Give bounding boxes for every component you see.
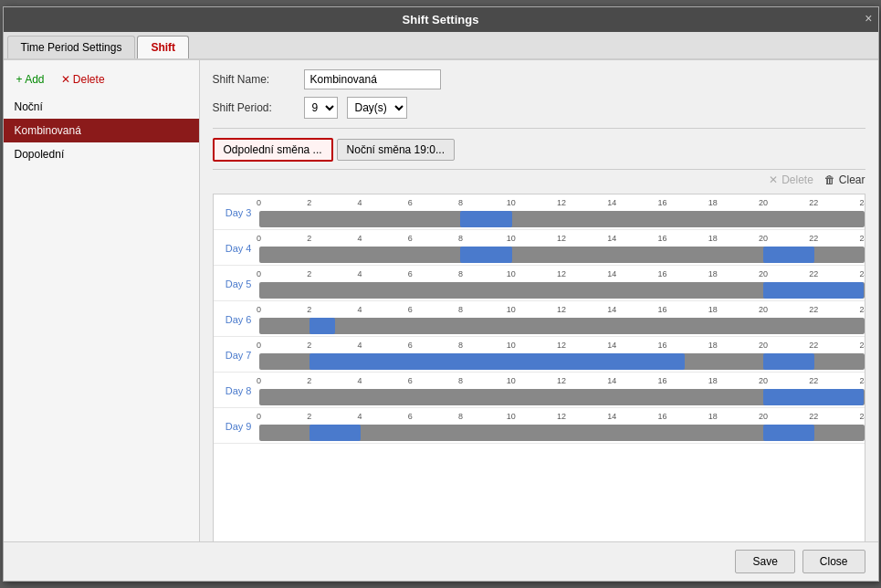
shift-period-label: Shift Period: bbox=[213, 101, 295, 114]
shift-subtab-nocni[interactable]: Noční směna 19:0... bbox=[337, 139, 455, 161]
clear-label: Clear bbox=[839, 173, 865, 186]
tick-label: 14 bbox=[607, 234, 616, 243]
tick-label: 22 bbox=[809, 412, 818, 421]
bar-row[interactable] bbox=[259, 282, 865, 299]
chart-container[interactable]: Day 3024681012141618202224Day 4024681012… bbox=[213, 194, 865, 542]
tick-label: 24 bbox=[859, 234, 865, 243]
bar-row[interactable] bbox=[259, 318, 865, 334]
tick-label: 10 bbox=[507, 234, 516, 243]
bar-row[interactable] bbox=[259, 389, 865, 405]
main-panel: Shift Name: Shift Period: 9 Day(s) Odpol… bbox=[200, 60, 878, 551]
actions-row: ✕ Delete 🗑 Clear bbox=[213, 169, 865, 186]
tick-label: 16 bbox=[658, 234, 667, 243]
tick-label: 14 bbox=[607, 305, 616, 314]
tick-label: 24 bbox=[859, 269, 865, 278]
tick-label: 10 bbox=[507, 269, 516, 278]
tick-label: 16 bbox=[658, 305, 667, 314]
day-chart-column: 024681012141618202224 bbox=[259, 269, 865, 299]
tick-row: 024681012141618202224 bbox=[259, 234, 865, 247]
delete-segment-button[interactable]: ✕ Delete bbox=[769, 173, 813, 186]
bar-segment bbox=[763, 282, 865, 299]
tick-label: 4 bbox=[358, 198, 362, 207]
tick-label: 18 bbox=[708, 412, 718, 421]
tick-label: 20 bbox=[759, 341, 768, 350]
shift-settings-dialog: Shift Settings × Time Period Settings Sh… bbox=[3, 6, 879, 582]
day-label: Day 7 bbox=[214, 350, 259, 361]
tick-label: 2 bbox=[307, 269, 311, 278]
sidebar-item-dopoledni[interactable]: Dopolední bbox=[4, 142, 199, 166]
day-chart-column: 024681012141618202224 bbox=[259, 376, 865, 405]
tick-label: 8 bbox=[458, 269, 463, 278]
content-area: + Add ✕ Delete Noční Kombinovaná Dopoled… bbox=[4, 60, 878, 551]
day-chart-column: 024681012141618202224 bbox=[259, 412, 865, 441]
tick-label: 6 bbox=[408, 376, 413, 385]
tick-label: 24 bbox=[859, 341, 865, 350]
tick-label: 2 bbox=[307, 305, 311, 314]
tick-label: 18 bbox=[708, 269, 718, 278]
tick-label: 0 bbox=[257, 269, 261, 278]
bar-row[interactable] bbox=[259, 353, 865, 370]
tick-label: 18 bbox=[708, 341, 718, 350]
tick-label: 20 bbox=[759, 305, 768, 314]
shift-period-select[interactable]: 9 bbox=[304, 97, 338, 119]
tick-label: 8 bbox=[458, 305, 463, 314]
shift-name-input[interactable] bbox=[304, 69, 441, 89]
separator bbox=[213, 128, 865, 129]
bar-segment bbox=[309, 318, 335, 334]
dialog-footer: Save Close bbox=[4, 541, 878, 581]
bar-segment bbox=[763, 389, 865, 405]
tick-label: 12 bbox=[557, 269, 566, 278]
delete-button[interactable]: ✕ Delete bbox=[58, 71, 109, 88]
tick-label: 16 bbox=[658, 269, 667, 278]
bar-segment bbox=[460, 211, 511, 227]
dialog-close-button[interactable]: × bbox=[865, 11, 872, 26]
tick-label: 4 bbox=[358, 234, 362, 243]
sidebar-item-nocni[interactable]: Noční bbox=[4, 95, 199, 119]
tick-label: 16 bbox=[658, 376, 667, 385]
tick-label: 24 bbox=[859, 376, 865, 385]
tick-label: 12 bbox=[557, 341, 566, 350]
bar-segment bbox=[309, 353, 685, 370]
bar-row[interactable] bbox=[259, 247, 865, 263]
add-button[interactable]: + Add bbox=[13, 71, 48, 88]
bar-row[interactable] bbox=[259, 211, 865, 227]
tick-label: 22 bbox=[809, 376, 818, 385]
tick-label: 14 bbox=[607, 341, 616, 350]
day-label: Day 9 bbox=[214, 421, 259, 432]
bar-segment bbox=[309, 425, 361, 441]
tick-label: 0 bbox=[257, 198, 261, 207]
clear-button[interactable]: 🗑 Clear bbox=[824, 173, 865, 186]
tick-row: 024681012141618202224 bbox=[259, 269, 865, 282]
bar-segment bbox=[763, 247, 814, 263]
tick-label: 2 bbox=[307, 341, 311, 350]
tab-time-period[interactable]: Time Period Settings bbox=[7, 36, 136, 58]
tick-label: 0 bbox=[257, 341, 261, 350]
tick-row: 024681012141618202224 bbox=[259, 341, 865, 353]
tick-label: 10 bbox=[507, 305, 516, 314]
shift-period-unit-select[interactable]: Day(s) bbox=[347, 97, 407, 119]
tick-label: 6 bbox=[408, 269, 413, 278]
tick-label: 20 bbox=[759, 198, 768, 207]
close-button[interactable]: Close bbox=[802, 550, 865, 573]
day-row: Day 5024681012141618202224 bbox=[214, 266, 865, 301]
tick-row: 024681012141618202224 bbox=[259, 412, 865, 425]
tick-row: 024681012141618202224 bbox=[259, 305, 865, 318]
tick-label: 2 bbox=[307, 234, 311, 243]
sidebar-item-kombinovana[interactable]: Kombinovaná bbox=[4, 119, 199, 142]
shift-name-row: Shift Name: bbox=[213, 69, 865, 89]
day-row: Day 3024681012141618202224 bbox=[214, 194, 865, 230]
save-button[interactable]: Save bbox=[735, 550, 794, 573]
shift-subtabs-row: Odpolední směna ... Noční směna 19:0... bbox=[213, 138, 865, 162]
day-label: Day 3 bbox=[214, 207, 259, 218]
tick-label: 4 bbox=[358, 305, 362, 314]
day-chart-column: 024681012141618202224 bbox=[259, 305, 865, 334]
tick-row: 024681012141618202224 bbox=[259, 198, 865, 211]
tick-label: 8 bbox=[458, 198, 463, 207]
tab-shift[interactable]: Shift bbox=[137, 36, 189, 58]
tick-label: 0 bbox=[257, 376, 261, 385]
day-row: Day 9024681012141618202224 bbox=[214, 408, 865, 444]
tick-label: 24 bbox=[859, 305, 865, 314]
tick-label: 12 bbox=[557, 376, 566, 385]
bar-row[interactable] bbox=[259, 425, 865, 441]
shift-subtab-odpoledni[interactable]: Odpolední směna ... bbox=[213, 138, 333, 162]
